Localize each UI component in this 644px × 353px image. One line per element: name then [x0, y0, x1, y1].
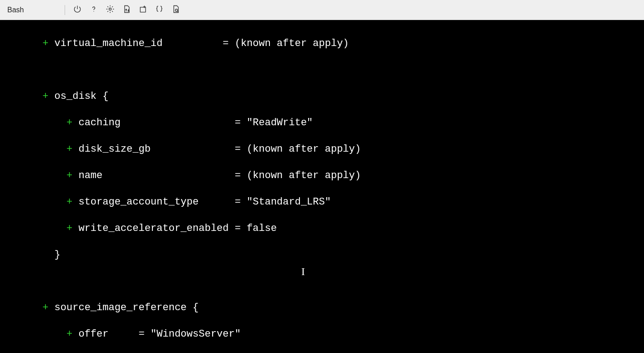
svg-point-1: [109, 8, 112, 10]
terminal-line: + caching = "ReadWrite": [6, 116, 638, 129]
cloud-shell-toolbar: Bash: [0, 0, 644, 20]
terminal-line: + write_accelerator_enabled = false: [6, 222, 638, 235]
terminal-line: [6, 63, 638, 77]
gear-icon: [106, 5, 115, 15]
braces-icon: [155, 5, 164, 15]
upload-download-button[interactable]: [120, 3, 133, 17]
terminal-line: }: [6, 248, 638, 261]
terminal-line: + os_disk {: [6, 90, 638, 103]
terminal-line: + disk_size_gb = (known after apply): [6, 143, 638, 156]
power-icon: [73, 5, 82, 15]
settings-button[interactable]: [103, 3, 117, 17]
terminal-line: + storage_account_type = "Standard_LRS": [6, 195, 638, 209]
terminal-line: + offer = "WindowsServer": [6, 327, 638, 341]
toolbar-separator: [65, 5, 65, 15]
terminal-line: [6, 275, 638, 288]
svg-point-0: [94, 11, 94, 11]
terminal-line: + source_image_reference {: [6, 301, 638, 314]
editor-button[interactable]: [152, 3, 166, 17]
terminal-line: + name = (known after apply): [6, 169, 638, 182]
new-session-button[interactable]: [136, 3, 150, 17]
file-transfer-icon: [122, 5, 131, 15]
terminal-line: + virtual_machine_id = (known after appl…: [6, 37, 638, 50]
shell-selector[interactable]: Bash: [4, 4, 59, 16]
restart-button[interactable]: [71, 3, 84, 17]
question-icon: [89, 5, 98, 15]
terminal-output[interactable]: + virtual_machine_id = (known after appl…: [0, 20, 644, 353]
new-window-icon: [138, 5, 147, 15]
help-button[interactable]: [87, 3, 101, 17]
web-preview-button[interactable]: [169, 3, 183, 17]
file-search-icon: [171, 5, 180, 15]
svg-point-2: [176, 9, 178, 11]
shell-name: Bash: [7, 6, 24, 14]
